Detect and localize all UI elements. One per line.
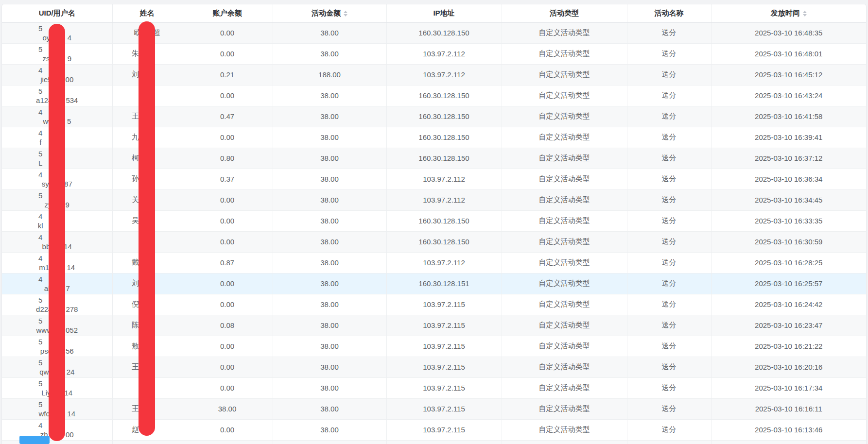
- table-row[interactable]: 4syj87孙0.3738.00103.97.2.112自定义活动类型送分202…: [2, 169, 866, 189]
- issue-time-cell: 2025-03-10 16:41:58: [711, 106, 866, 127]
- table-row[interactable]: 4kl吴0.0038.00160.30.128.150自定义活动类型送分2025…: [2, 210, 866, 231]
- issue-time-cell: 2025-03-10 16:23:47: [711, 315, 866, 336]
- redacted-text-fragment-left: 王: [132, 362, 139, 372]
- redacted-text-fragment-left: 5: [38, 86, 42, 96]
- activity-type-cell: 自定义活动类型: [502, 419, 627, 440]
- balance-cell: 0.00: [182, 377, 273, 398]
- table-row[interactable]: 5d224278倪0.0038.00103.97.2.115自定义活动类型送分2…: [2, 294, 866, 315]
- activity-type-cell: 自定义活动类型: [502, 294, 627, 315]
- table-row[interactable]: 5wfc514王38.0038.00103.97.2.115自定义活动类型送分2…: [2, 398, 866, 419]
- activity-type-cell: 自定义活动类型: [502, 106, 627, 127]
- table-row[interactable]: 5L柯0.8038.00160.30.128.150自定义活动类型送分2025-…: [2, 148, 866, 169]
- redacted-text-fragment-right: 00: [66, 430, 74, 439]
- activity-amount-cell: 38.00: [273, 315, 386, 336]
- column-header-activity-amount[interactable]: 活动金额: [273, 4, 386, 22]
- redaction-bar-uid-column: [49, 24, 65, 441]
- redacted-text-fragment-right: 00: [66, 75, 74, 84]
- redacted-text-fragment-right: 278: [66, 305, 78, 314]
- issue-time-cell: 2025-03-10 16:33:35: [711, 210, 866, 231]
- redacted-text-fragment-left: 4: [38, 66, 42, 75]
- activity-name-cell: 送分: [627, 22, 711, 43]
- column-header-issue-time[interactable]: 发放时间: [711, 4, 866, 22]
- redacted-text-fragment-left: 5: [38, 149, 42, 158]
- redacted-text-fragment-left: 5: [38, 191, 42, 200]
- ip-address-cell: 103.97.2.115: [386, 336, 502, 357]
- redacted-text-fragment-right: 052: [66, 325, 78, 335]
- column-header-activity-type: 活动类型: [502, 4, 627, 22]
- column-header-balance: 账户余额: [182, 4, 273, 22]
- activity-type-cell: 自定义活动类型: [502, 22, 627, 43]
- column-header-uid-username: UID/用户名: [2, 4, 112, 22]
- redacted-text-fragment-left: L: [38, 158, 42, 168]
- activity-type-cell: 自定义活动类型: [502, 210, 627, 231]
- balance-cell: 0.00: [182, 85, 273, 106]
- sort-icon[interactable]: [344, 11, 347, 17]
- table-row[interactable]: 5a1245340.0038.00160.30.128.150自定义活动类型送分…: [2, 85, 866, 106]
- issue-time-cell: 2025-03-10 16:34:45: [711, 189, 866, 210]
- table-row[interactable]: 5zy9关0.0038.00103.97.2.112自定义活动类型送分2025-…: [2, 189, 866, 210]
- redacted-text-fragment-right: 87: [64, 179, 72, 188]
- redacted-text-fragment-left: 4: [38, 107, 42, 117]
- activity-name-cell: 送分: [627, 169, 711, 189]
- column-header-label: 活动类型: [550, 9, 579, 17]
- pagination-button-partial[interactable]: [19, 436, 50, 444]
- activity-type-cell: 自定义活动类型: [502, 169, 627, 189]
- table-row[interactable]: 5Liy140.0038.00103.97.2.115自定义活动类型送分2025…: [2, 377, 866, 398]
- redaction-bar-name-column: [139, 21, 155, 436]
- table-row[interactable]: 5www052陈0.0838.00103.97.2.115自定义活动类型送分20…: [2, 315, 866, 336]
- redacted-text-fragment-left: 刘: [132, 279, 139, 288]
- issue-time-cell: 2025-03-10 16:48:35: [711, 22, 866, 43]
- ip-address-cell: 103.97.2.115: [386, 377, 502, 398]
- table-row[interactable]: 5zs79朱0.0038.00103.97.2.112自定义活动类型送分2025…: [2, 43, 866, 64]
- table-row[interactable]: 5psq56敖0.0038.00103.97.2.115自定义活动类型送分202…: [2, 336, 866, 357]
- table-row[interactable]: 4ww5王0.4738.00160.30.128.150自定义活动类型送分202…: [2, 106, 866, 127]
- balance-cell: 0.87: [182, 252, 273, 273]
- redacted-text-fragment-right: 9: [68, 54, 71, 63]
- table-row[interactable]: 5qwe24王0.0038.00103.97.2.115自定义活动类型送分202…: [2, 357, 866, 377]
- issue-time-cell: 2025-03-10 16:39:41: [711, 127, 866, 148]
- table-row[interactable]: 4ab7刘0.0038.00160.30.128.151自定义活动类型送分202…: [2, 273, 866, 294]
- ip-address-cell: 160.30.128.150: [386, 148, 502, 169]
- activity-type-cell: 自定义活动类型: [502, 336, 627, 357]
- sort-icon[interactable]: [803, 11, 807, 17]
- redacted-text-fragment-left: 5: [38, 379, 42, 388]
- redacted-text-fragment-left: 陈: [132, 321, 139, 330]
- redacted-text-fragment-right: 14: [65, 388, 73, 397]
- ip-address-cell: 103.97.2.112: [386, 169, 502, 189]
- table-row[interactable]: 4jie500刘0.21188.00103.97.2.112自定义活动类型送分2…: [2, 64, 866, 85]
- ip-address-cell: 160.30.128.150: [386, 22, 502, 43]
- table-body: 5oyz4欧超0.0038.00160.30.128.150自定义活动类型送分2…: [2, 22, 866, 444]
- activity-name-cell: 送分: [627, 64, 711, 85]
- issue-time-cell: 2025-03-10 16:16:11: [711, 398, 866, 419]
- table-row[interactable]: 4zh100赵0.0038.00103.97.2.115自定义活动类型送分202…: [2, 419, 866, 440]
- redacted-text-fragment-left: 王: [132, 112, 139, 121]
- table-row[interactable]: 4f九0.0038.00160.30.128.150自定义活动类型送分2025-…: [2, 127, 866, 148]
- column-header-label: 活动名称: [655, 9, 684, 17]
- issue-time-cell: 2025-03-10 16:43:24: [711, 85, 866, 106]
- balance-cell: 0.00: [182, 189, 273, 210]
- redacted-text-fragment-left: 4: [38, 421, 42, 430]
- table-row[interactable]: 5oyz4欧超0.0038.00160.30.128.150自定义活动类型送分2…: [2, 22, 866, 43]
- redacted-text-fragment-left: 4: [38, 274, 42, 284]
- redacted-text-fragment-right: 14: [67, 263, 75, 272]
- redacted-text-fragment-right: 24: [67, 367, 75, 376]
- column-header-label: 账户余额: [213, 9, 242, 17]
- balance-cell: 0.00: [182, 294, 273, 315]
- ip-address-cell: 160.30.128.150: [386, 127, 502, 148]
- issue-time-cell: 2025-03-10 16:28:25: [711, 252, 866, 273]
- activity-amount-cell: 38.00: [273, 169, 386, 189]
- table-row[interactable]: 4bb140.0038.00160.30.128.150自定义活动类型送分202…: [2, 231, 866, 252]
- activity-amount-cell: 38.00: [273, 273, 386, 294]
- table-row-partial: [2, 440, 866, 444]
- redacted-text-fragment-right: 56: [66, 346, 74, 356]
- activity-amount-cell: 38.00: [273, 336, 386, 357]
- activity-name-cell: 送分: [627, 127, 711, 148]
- ip-address-cell: 160.30.128.150: [386, 85, 502, 106]
- redacted-text-fragment-left: 5: [38, 337, 42, 346]
- activity-type-cell: 自定义活动类型: [502, 231, 627, 252]
- issue-time-cell: 2025-03-10 16:48:01: [711, 43, 866, 64]
- activity-amount-cell: 38.00: [273, 210, 386, 231]
- table-row[interactable]: 4m1314戴0.8738.00103.97.2.112自定义活动类型送分202…: [2, 252, 866, 273]
- activity-name-cell: 送分: [627, 294, 711, 315]
- column-header-label: 发放时间: [771, 9, 800, 17]
